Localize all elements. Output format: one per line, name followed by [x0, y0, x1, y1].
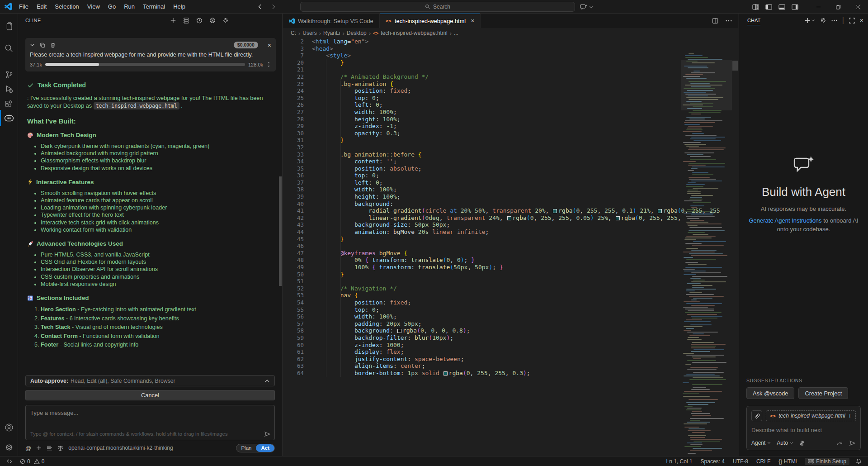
- tab-chat[interactable]: CHAT: [747, 18, 760, 25]
- context-at-icon[interactable]: @: [25, 445, 31, 452]
- breadcrumb-item[interactable]: ...: [454, 30, 458, 36]
- list-item: Footer - Social links and copyright info: [41, 341, 271, 350]
- problems-indicator[interactable]: 0 0: [18, 458, 46, 465]
- send-icon[interactable]: [264, 431, 271, 437]
- more-actions-icon[interactable]: [726, 20, 732, 22]
- checkpoints-icon[interactable]: [47, 445, 52, 451]
- mcp-server-icon[interactable]: [183, 17, 189, 24]
- add-attachment-icon[interactable]: +: [848, 412, 852, 419]
- settings-gear-icon[interactable]: [222, 17, 229, 24]
- ask-vscode-button[interactable]: Ask @vscode: [746, 387, 794, 399]
- forward-arrow-icon[interactable]: [270, 4, 277, 10]
- sidebar-item-cline[interactable]: [0, 111, 18, 125]
- minimize-icon[interactable]: [808, 0, 828, 14]
- toggle-secondary-sidebar-icon[interactable]: [792, 4, 798, 10]
- menu-file[interactable]: File: [15, 0, 33, 14]
- account-icon[interactable]: [209, 17, 216, 24]
- close-icon[interactable]: ×: [860, 17, 863, 24]
- eol-sequence[interactable]: CRLF: [755, 458, 772, 465]
- breadcrumb-item[interactable]: tech-inspired-webpage.html: [381, 30, 447, 36]
- add-plus-icon[interactable]: [36, 445, 42, 451]
- close-tab-icon[interactable]: ×: [471, 18, 474, 24]
- expand-context-icon[interactable]: [266, 62, 271, 67]
- close-task-icon[interactable]: ×: [268, 42, 271, 48]
- finish-setup-button[interactable]: Finish Setup: [805, 458, 849, 465]
- account-button[interactable]: [0, 421, 18, 434]
- plan-act-toggle[interactable]: Plan Act: [236, 444, 275, 452]
- notifications-bell-icon[interactable]: [854, 458, 863, 464]
- new-task-plus-icon[interactable]: [170, 17, 176, 24]
- menu-selection[interactable]: Selection: [51, 0, 83, 14]
- minimap-line: [686, 319, 703, 320]
- breadcrumb-item[interactable]: C:: [291, 30, 296, 36]
- tools-icon[interactable]: [799, 440, 805, 446]
- more-icon[interactable]: [831, 19, 837, 21]
- breadcrumb[interactable]: C:›Users›RyanLi›Desktop›<>tech-inspired-…: [283, 28, 738, 38]
- breadcrumb-item[interactable]: Desktop: [347, 30, 367, 36]
- language-mode[interactable]: {} HTML: [777, 458, 800, 465]
- task-card[interactable]: $0.0000 × Please create a tech-inspired …: [25, 38, 276, 71]
- sidebar-item-search[interactable]: [0, 42, 18, 55]
- cursor-position[interactable]: Ln 1, Col 1: [665, 458, 694, 465]
- restore-icon[interactable]: [828, 0, 848, 14]
- auto-approve-bar[interactable]: Auto-approve: Read, Edit (all), Safe Com…: [25, 375, 275, 386]
- new-chat-icon[interactable]: [805, 18, 815, 24]
- breadcrumb-item[interactable]: Users: [302, 30, 316, 36]
- copilot-menu[interactable]: [580, 0, 593, 14]
- toggle-panel-icon[interactable]: [778, 4, 785, 10]
- attachment-chip[interactable]: <> tech-inspired-webpage.html +: [766, 410, 856, 421]
- code-text: @keyframes bgMove {: [312, 250, 738, 257]
- copy-icon[interactable]: [40, 43, 45, 48]
- close-icon[interactable]: [848, 0, 868, 14]
- menu-go[interactable]: Go: [104, 0, 120, 14]
- code-line: 54 position: fixed;: [283, 299, 738, 306]
- attach-paperclip-icon[interactable]: [751, 410, 762, 421]
- tab-tech-inspired-webpage[interactable]: <> tech-inspired-webpage.html ×: [380, 14, 481, 28]
- delete-icon[interactable]: [50, 43, 56, 48]
- plan-mode[interactable]: Plan: [236, 444, 256, 452]
- encoding[interactable]: UTF-8: [731, 458, 750, 465]
- model-name[interactable]: openai-compat:moonshotai/kimi-k2-thinkin…: [68, 445, 173, 451]
- menu-edit[interactable]: Edit: [33, 0, 51, 14]
- history-icon[interactable]: [196, 17, 203, 24]
- minimap[interactable]: [681, 53, 732, 454]
- sidebar-item-run-debug[interactable]: [0, 82, 18, 96]
- menu-terminal[interactable]: Terminal: [139, 0, 169, 14]
- rules-scale-icon[interactable]: [57, 445, 63, 451]
- chat-input-box[interactable]: <> tech-inspired-webpage.html + Describe…: [746, 406, 861, 450]
- send-icon[interactable]: [849, 440, 856, 446]
- remote-indicator[interactable]: [5, 458, 14, 464]
- split-editor-icon[interactable]: [712, 18, 718, 24]
- generate-instructions-link[interactable]: Generate Agent Instructions: [749, 217, 821, 224]
- breadcrumb-item[interactable]: RyanLi: [323, 30, 340, 36]
- editor-scrollbar[interactable]: [732, 53, 738, 456]
- back-arrow-icon[interactable]: [257, 4, 263, 10]
- message-input[interactable]: Type a message... Type @ for context, / …: [25, 405, 275, 440]
- sidebar-item-source-control[interactable]: [0, 68, 18, 81]
- agent-mode-dropdown[interactable]: Agent: [751, 440, 771, 446]
- toggle-sidebar-icon[interactable]: [765, 4, 772, 10]
- command-center-search[interactable]: Search: [300, 2, 575, 12]
- cancel-button[interactable]: Cancel: [25, 390, 275, 400]
- chevron-up-icon[interactable]: [264, 378, 270, 384]
- minimap-line: [685, 243, 702, 244]
- sidebar-item-explorer[interactable]: [0, 20, 18, 33]
- voice-redo-icon[interactable]: [837, 441, 843, 446]
- create-project-button[interactable]: Create Project: [798, 387, 848, 399]
- collapse-chevron-icon[interactable]: [30, 43, 35, 48]
- settings-gear-icon[interactable]: [820, 17, 826, 24]
- settings-button[interactable]: [0, 441, 18, 454]
- menu-view[interactable]: View: [83, 0, 104, 14]
- act-mode[interactable]: Act: [256, 444, 274, 452]
- sidebar-item-extensions[interactable]: [0, 97, 18, 111]
- model-dropdown[interactable]: Auto: [777, 440, 793, 446]
- sidebar-scrollbar[interactable]: [279, 176, 282, 286]
- menu-help[interactable]: Help: [169, 0, 189, 14]
- tab-walkthrough[interactable]: Walkthrough: Setup VS Code: [283, 14, 380, 28]
- customize-layout-icon[interactable]: [752, 4, 759, 10]
- indentation[interactable]: Spaces: 4: [699, 458, 726, 465]
- code-editor[interactable]: 2<html lang="en">3<head>7 <style>20 }212…: [283, 38, 738, 456]
- cline-conversation[interactable]: Task Completed : I've successfully creat…: [18, 75, 282, 373]
- menu-run[interactable]: Run: [120, 0, 139, 14]
- maximize-panel-icon[interactable]: [849, 18, 855, 24]
